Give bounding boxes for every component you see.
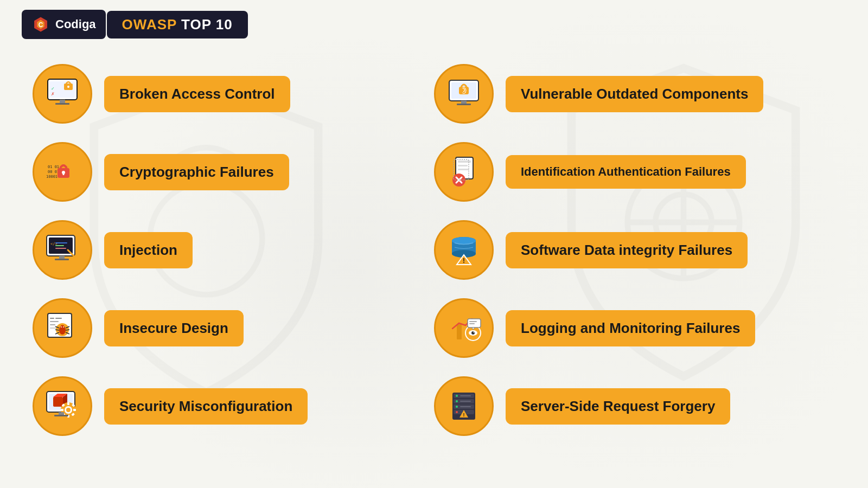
svg-rect-43: [59, 256, 65, 259]
svg-rect-53: [55, 318, 62, 319]
label-text-injection: Injection: [119, 242, 177, 259]
icon-vulnerable-outdated: [434, 64, 494, 124]
item-security-misconfiguration: Security Misconfiguration: [33, 372, 434, 440]
svg-rect-106: [460, 395, 471, 396]
svg-point-66: [61, 326, 62, 328]
svg-rect-55: [50, 324, 55, 325]
svg-rect-39: [55, 245, 64, 246]
icon-insecure-design: [33, 298, 92, 358]
svg-point-105: [456, 411, 458, 413]
title-top10: TOP 10: [177, 16, 233, 33]
icon-software-data-integrity: !: [434, 220, 494, 280]
svg-point-74: [474, 332, 475, 333]
label-injection: Injection: [104, 232, 193, 268]
svg-point-13: [67, 86, 69, 88]
svg-rect-30: [458, 169, 469, 170]
main-grid: ✓ ✗ Broken Access Control: [0, 49, 868, 451]
icon-ssrf: !: [434, 376, 494, 436]
label-software-data-integrity: Software Data integrity Failures: [506, 232, 748, 268]
svg-rect-95: [59, 412, 64, 415]
label-text-broken-access-control: Broken Access Control: [119, 86, 275, 102]
svg-rect-20: [457, 104, 471, 105]
svg-rect-78: [469, 323, 475, 324]
label-ssrf: Server-Side Request Forgery: [506, 388, 730, 425]
label-insecure-design: Insecure Design: [104, 310, 244, 346]
item-software-data-integrity: ! Software Data integrity Failures: [434, 216, 835, 284]
svg-rect-90: [73, 409, 76, 411]
svg-text:10001: 10001: [46, 175, 58, 179]
item-ssrf: ! Server-Side Request Forgery: [434, 372, 835, 440]
svg-point-86: [66, 408, 71, 412]
svg-text:!: !: [463, 257, 465, 265]
title-box: OWASP TOP 10: [107, 11, 248, 38]
label-broken-access-control: Broken Access Control: [104, 76, 290, 112]
svg-point-102: [456, 395, 458, 397]
svg-rect-18: [459, 87, 469, 94]
svg-rect-44: [55, 259, 69, 260]
svg-rect-69: [457, 324, 462, 339]
item-vulnerable-outdated: Vulnerable Outdated Components: [434, 60, 835, 128]
svg-marker-42: [74, 256, 78, 260]
item-broken-access-control: ✓ ✗ Broken Access Control: [33, 60, 434, 128]
svg-rect-77: [469, 321, 477, 322]
item-insecure-design: Insecure Design: [33, 294, 434, 362]
icon-logging-monitoring: [434, 298, 494, 358]
svg-text:✗: ✗: [51, 92, 55, 97]
label-text-security-misconfiguration: Security Misconfiguration: [119, 398, 292, 415]
label-text-ssrf: Server-Side Request Forgery: [521, 398, 715, 415]
svg-text:00  01: 00 01: [48, 170, 59, 174]
label-text-vulnerable-outdated: Vulnerable Outdated Components: [521, 86, 748, 102]
svg-line-64: [66, 330, 69, 330]
svg-text:01  01: 01 01: [48, 165, 59, 169]
svg-point-67: [63, 326, 64, 328]
title-owasp: OWASP: [122, 16, 177, 33]
svg-rect-52: [50, 318, 54, 319]
label-text-logging-monitoring: Logging and Monitoring Failures: [521, 320, 740, 337]
svg-rect-68: [450, 330, 455, 339]
label-security-misconfiguration: Security Misconfiguration: [104, 388, 308, 425]
item-logging-monitoring: Logging and Monitoring Failures: [434, 294, 835, 362]
logo-text: Codiga: [55, 17, 96, 31]
svg-rect-81: [53, 397, 63, 407]
svg-rect-107: [460, 401, 471, 402]
logo-box: C Codiga: [22, 10, 106, 39]
item-identification-auth: Identification Authentication Failures: [434, 138, 835, 206]
svg-text:!: !: [463, 412, 465, 418]
label-logging-monitoring: Logging and Monitoring Failures: [506, 310, 755, 346]
svg-point-103: [456, 400, 458, 402]
svg-rect-89: [61, 409, 63, 411]
svg-rect-96: [54, 415, 68, 416]
label-identification-auth: Identification Authentication Failures: [506, 155, 746, 189]
svg-rect-15: [55, 103, 69, 105]
svg-rect-29: [458, 165, 468, 166]
svg-rect-38: [55, 242, 67, 243]
svg-text:✓: ✓: [51, 86, 55, 91]
svg-line-61: [55, 330, 59, 330]
icon-security-misconfiguration: [33, 376, 92, 436]
codiga-logo-icon: C: [31, 15, 50, 34]
label-text-insecure-design: Insecure Design: [119, 320, 228, 337]
label-text-software-data-integrity: Software Data integrity Failures: [521, 242, 732, 259]
icon-injection: </>: [33, 220, 92, 280]
svg-rect-54: [50, 321, 59, 322]
icon-broken-access-control: ✓ ✗: [33, 64, 92, 124]
svg-rect-108: [460, 406, 471, 407]
svg-point-104: [456, 406, 458, 408]
label-text-cryptographic-failures: Cryptographic Failures: [119, 164, 274, 181]
svg-text:C: C: [39, 21, 43, 29]
item-injection: </> Injection: [33, 216, 434, 284]
icon-cryptographic-failures: 01 01 00 01 10001: [33, 142, 92, 202]
svg-rect-87: [67, 402, 69, 405]
label-text-identification-auth: Identification Authentication Failures: [521, 165, 731, 179]
item-cryptographic-failures: 01 01 00 01 10001 Cryptographic Failures: [33, 138, 434, 206]
header-title: OWASP TOP 10: [122, 16, 233, 33]
svg-rect-14: [60, 100, 65, 103]
header: C Codiga OWASP TOP 10: [0, 0, 868, 49]
label-vulnerable-outdated: Vulnerable Outdated Components: [506, 76, 763, 112]
icon-identification-auth: [434, 142, 494, 202]
svg-rect-40: [55, 248, 66, 249]
label-cryptographic-failures: Cryptographic Failures: [104, 154, 289, 190]
svg-rect-19: [461, 101, 467, 104]
svg-rect-26: [63, 172, 65, 175]
